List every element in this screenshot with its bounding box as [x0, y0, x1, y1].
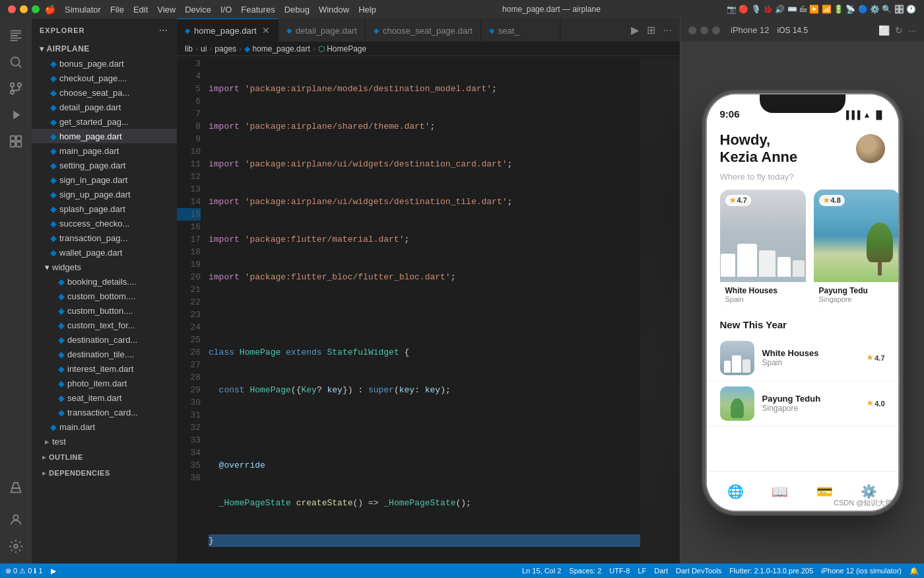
- maximize-button[interactable]: [32, 5, 40, 13]
- menu-apple[interactable]: 🍎: [45, 5, 55, 15]
- menu-simulator[interactable]: Simulator: [65, 5, 101, 15]
- tab-choose-seat-page[interactable]: ◆ choose_seat_page.dart: [366, 18, 481, 42]
- status-language[interactable]: Dart: [654, 567, 668, 575]
- breadcrumb-pages[interactable]: pages: [214, 44, 236, 54]
- sim-rotate-btn[interactable]: ↻: [895, 25, 903, 36]
- file-bonus-page[interactable]: ◆ bonus_page.dart: [32, 56, 177, 71]
- status-line-col[interactable]: Ln 15, Col 2: [522, 567, 561, 575]
- status-spaces[interactable]: Spaces: 2: [569, 567, 601, 575]
- menu-help[interactable]: Help: [358, 5, 376, 15]
- file-booking-details[interactable]: ◆ booking_details....: [32, 274, 177, 289]
- status-errors[interactable]: ⊗ 0 ⚠ 0 ℹ 1: [5, 567, 43, 575]
- file-choose-seat-page[interactable]: ◆ choose_seat_pa...: [32, 85, 177, 100]
- file-transaction-page[interactable]: ◆ transaction_pag...: [32, 231, 177, 245]
- file-success-checko[interactable]: ◆ success_checko...: [32, 216, 177, 231]
- dest-card-loc-2: Singapore: [819, 295, 894, 303]
- tab-home-page-close[interactable]: ✕: [262, 25, 270, 36]
- status-dart-devtools[interactable]: Dart DevTools: [676, 567, 721, 575]
- list-thumb-img-1: [720, 341, 754, 375]
- run-button[interactable]: ▶: [628, 21, 642, 39]
- file-get-started-page[interactable]: ◆ get_started_pag...: [32, 114, 177, 129]
- activity-icon-settings[interactable]: [4, 534, 28, 558]
- folder-widgets[interactable]: ▾ widgets: [32, 260, 177, 274]
- file-main[interactable]: ◆ main.dart: [32, 419, 177, 434]
- file-detail-page[interactable]: ◆ detail_page.dart: [32, 100, 177, 114]
- nav-wallet-icon: 💳: [816, 484, 833, 499]
- breadcrumb-homepage-class[interactable]: ⬡ HomePage: [318, 44, 366, 54]
- explorer-more-actions[interactable]: ···: [158, 23, 169, 38]
- sim-close: [688, 26, 696, 34]
- dest-card-singapore[interactable]: ★ 4.8 Payung Tedu: [814, 190, 898, 308]
- file-destination-card[interactable]: ◆ destination_card...: [32, 332, 177, 347]
- status-notifications[interactable]: 🔔: [909, 567, 919, 575]
- menu-edit[interactable]: Edit: [133, 5, 148, 15]
- activity-icon-search[interactable]: [4, 50, 28, 74]
- split-editor-button[interactable]: ⊞: [644, 21, 658, 39]
- file-sign-up-page[interactable]: ◆ sign_up_page.dart: [32, 187, 177, 201]
- list-item-singapore[interactable]: Payung Teduh Singapore ★ 4.0: [707, 381, 898, 427]
- project-folder[interactable]: ▾ AIRPLANE: [32, 42, 177, 56]
- nav-item-booking[interactable]: 📖: [764, 480, 796, 503]
- simulator-device-name: iPhone 12: [731, 25, 770, 35]
- menu-file[interactable]: File: [110, 5, 124, 15]
- search-hint[interactable]: Where to fly today?: [720, 172, 885, 182]
- dest-card-white-houses[interactable]: ★ 4.7: [720, 190, 806, 308]
- file-home-page[interactable]: ◆ home_page.dart: [32, 129, 177, 143]
- folder-test[interactable]: ▸ test: [32, 434, 177, 449]
- status-device[interactable]: iPhone 12 (ios simulator): [821, 567, 902, 575]
- more-actions-button[interactable]: ···: [661, 22, 675, 39]
- breadcrumb-lib[interactable]: lib: [185, 44, 193, 54]
- status-run-debug[interactable]: ▶: [51, 567, 56, 575]
- activity-icon-account[interactable]: [4, 508, 28, 532]
- status-eol[interactable]: LF: [638, 567, 646, 575]
- activity-icon-run[interactable]: [4, 103, 28, 127]
- simulator-panel: iPhone 12 iOS 14.5 ⬜ ↻ ··· 9:06 ▐▐▐ ▲ ▐▌: [680, 18, 924, 563]
- user-avatar[interactable]: [856, 134, 885, 163]
- menu-debug[interactable]: Debug: [284, 5, 310, 15]
- phone-time: 9:06: [720, 108, 740, 120]
- activity-icon-explorer[interactable]: [4, 24, 28, 48]
- menu-view[interactable]: View: [157, 5, 176, 15]
- minimize-button[interactable]: [20, 5, 28, 13]
- file-main-page[interactable]: ◆ main_page.dart: [32, 143, 177, 158]
- sim-screenshot-btn[interactable]: ⬜: [878, 25, 890, 36]
- file-destination-tile[interactable]: ◆ destination_tile....: [32, 347, 177, 361]
- sim-more-btn[interactable]: ···: [908, 25, 916, 36]
- file-custom-text-for[interactable]: ◆ custom_text_for...: [32, 318, 177, 332]
- tab-detail-page[interactable]: ◆ detail_page.dart: [279, 18, 366, 42]
- menu-io[interactable]: I/O: [220, 5, 232, 15]
- file-splash-page[interactable]: ◆ splash_page.dart: [32, 201, 177, 216]
- section-outline[interactable]: ▸ OUTLINE: [32, 450, 177, 464]
- file-setting-page[interactable]: ◆ setting_page.dart: [32, 158, 177, 172]
- file-photo-item[interactable]: ◆ photo_item.dart: [32, 376, 177, 390]
- breadcrumb-ui[interactable]: ui: [201, 44, 207, 54]
- menu-device[interactable]: Device: [185, 5, 211, 15]
- file-custom-button[interactable]: ◆ custom_button....: [32, 303, 177, 318]
- code-content[interactable]: import 'package:airplane/models/destinat…: [209, 57, 640, 563]
- file-checkout-page[interactable]: ◆ checkout_page....: [32, 71, 177, 85]
- file-seat-item[interactable]: ◆ seat_item.dart: [32, 390, 177, 405]
- activity-icon-flask[interactable]: [4, 476, 28, 500]
- tab-home-page[interactable]: ◆ home_page.dart ✕: [177, 18, 279, 42]
- nav-item-explore[interactable]: 🌐: [719, 480, 752, 503]
- file-custom-bottom[interactable]: ◆ custom_bottom....: [32, 289, 177, 303]
- close-button[interactable]: [8, 5, 16, 13]
- status-flutter-version[interactable]: Flutter: 2.1.0-13.0.pre.205: [729, 567, 813, 575]
- menu-window[interactable]: Window: [319, 5, 349, 15]
- code-editor[interactable]: 3 4 5 6 7 8 9 10 11 12 13 14 15 16: [177, 56, 680, 563]
- list-item-white-houses[interactable]: White Houses Spain ★ 4.7: [707, 336, 898, 381]
- section-new-title: New This Year: [707, 316, 898, 336]
- file-sign-in-page[interactable]: ◆ sign_in_page.dart: [32, 172, 177, 187]
- file-transaction-card[interactable]: ◆ transaction_card...: [32, 405, 177, 419]
- activity-icon-source-control[interactable]: [4, 77, 28, 100]
- section-dependencies[interactable]: ▸ DEPENDENCIES: [32, 466, 177, 480]
- status-encoding[interactable]: UTF-8: [609, 567, 630, 575]
- file-wallet-page[interactable]: ◆ wallet_page.dart: [32, 245, 177, 260]
- activity-icon-extensions[interactable]: [4, 129, 28, 153]
- menu-features[interactable]: Features: [241, 5, 275, 15]
- tab-seat[interactable]: ◆ seat_: [481, 18, 560, 42]
- titlebar-icons: 📷 🔴 🎙️ 🐞 🔊 ⌨️ 🖮 ▶️ 📶 🔋 📡 🔵 ⚙️ 🔍 🎛️ 🕐: [727, 5, 916, 14]
- breadcrumb-home-page[interactable]: ◆ home_page.dart: [244, 44, 310, 54]
- dest-card-name-2: Payung Tedu: [819, 286, 894, 295]
- file-interest-item[interactable]: ◆ interest_item.dart: [32, 361, 177, 376]
